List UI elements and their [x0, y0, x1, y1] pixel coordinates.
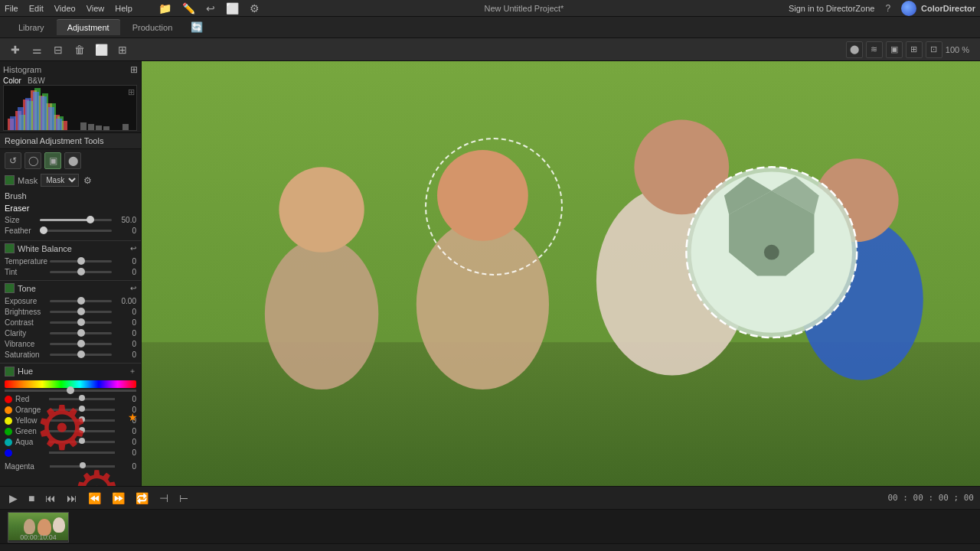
- tone-header[interactable]: Tone ↩: [0, 281, 141, 295]
- feather-slider-track[interactable]: [40, 230, 112, 232]
- vibrance-thumb[interactable]: [77, 340, 85, 347]
- prev-marker-btn[interactable]: ⏪: [85, 491, 104, 506]
- hue-header[interactable]: Hue ＋: [0, 364, 141, 379]
- temperature-track[interactable]: [50, 260, 112, 262]
- tint-value: 0: [115, 268, 136, 276]
- hue-red-thumb[interactable]: [79, 395, 85, 401]
- hue-orange-track[interactable]: [49, 409, 115, 411]
- hue-green-value: 0: [118, 427, 136, 435]
- histogram-corner-icon[interactable]: ⊞: [128, 87, 135, 97]
- next-frame-btn[interactable]: ⏭: [64, 491, 80, 506]
- toolbar-icon-2[interactable]: ✏️: [182, 2, 195, 15]
- brand-name: ColorDirector: [921, 4, 975, 13]
- white-balance-header[interactable]: White Balance ↩: [0, 241, 141, 256]
- signin-link[interactable]: Sign in to DirectorZone: [789, 4, 875, 13]
- help-icon[interactable]: ?: [885, 3, 890, 14]
- out-point-btn[interactable]: ⊢: [176, 491, 191, 506]
- contrast-track[interactable]: [50, 321, 112, 324]
- brush-name: Eraser: [5, 204, 136, 213]
- feather-label: Feather: [5, 227, 37, 235]
- exposure-track[interactable]: [50, 300, 112, 302]
- tr-icon-1[interactable]: ⬤: [846, 41, 863, 58]
- size-slider-track[interactable]: [40, 219, 112, 221]
- hue-dot-aqua: [5, 439, 12, 446]
- brightness-thumb[interactable]: [77, 308, 85, 315]
- hue-yellow-thumb[interactable]: [79, 416, 85, 422]
- mask-settings-icon[interactable]: ⚙: [83, 175, 92, 186]
- hue-yellow-track[interactable]: [49, 419, 115, 422]
- play-btn[interactable]: ▶: [6, 491, 21, 506]
- wb-checkbox[interactable]: [5, 243, 15, 253]
- hue-aqua-track[interactable]: [49, 441, 115, 443]
- menu-view[interactable]: View: [87, 4, 105, 13]
- mask-checkbox[interactable]: [5, 175, 15, 185]
- menu-edit[interactable]: Edit: [29, 4, 44, 13]
- hue-add-icon[interactable]: ＋: [129, 366, 136, 377]
- menu-video[interactable]: Video: [54, 4, 76, 13]
- contrast-thumb[interactable]: [77, 318, 85, 326]
- prev-btn[interactable]: ⏮: [42, 491, 59, 506]
- clarity-thumb[interactable]: [77, 329, 85, 337]
- menu-help[interactable]: Help: [115, 4, 132, 13]
- exposure-thumb[interactable]: [77, 297, 85, 305]
- tab-icon-1[interactable]: 🔄: [191, 21, 203, 33]
- timeline-track[interactable]: 00:00:10:04: [0, 510, 980, 543]
- clarity-label: Clarity: [5, 329, 47, 337]
- hue-blue-track[interactable]: [49, 452, 115, 454]
- feather-slider-thumb[interactable]: [40, 227, 47, 234]
- hue-green-thumb[interactable]: [79, 427, 85, 433]
- tr-icon-4[interactable]: ⊞: [906, 41, 923, 58]
- hue-aqua-thumb[interactable]: [79, 438, 85, 444]
- tab-library[interactable]: Library: [8, 20, 55, 35]
- tab-adjustment[interactable]: Adjustment: [57, 19, 120, 35]
- hue-green-track[interactable]: [49, 430, 115, 432]
- toolbar-icon-5[interactable]: ⚙: [250, 2, 260, 15]
- toolbar-icon-3[interactable]: ↩: [206, 2, 215, 15]
- tone-checkbox[interactable]: [5, 283, 15, 293]
- size-slider-thumb[interactable]: [87, 216, 94, 223]
- toolbar-icon-4[interactable]: ⬜: [226, 2, 239, 15]
- next-marker-btn[interactable]: ⏩: [109, 491, 128, 506]
- tool-select[interactable]: ✚: [6, 41, 24, 58]
- menu-file[interactable]: File: [5, 4, 18, 13]
- clarity-track[interactable]: [50, 332, 112, 334]
- tool-paste[interactable]: ⊞: [113, 41, 132, 58]
- loop-btn[interactable]: 🔁: [132, 491, 152, 506]
- tool-mode-circle[interactable]: ◯: [24, 152, 41, 169]
- stop-btn[interactable]: ■: [25, 491, 38, 506]
- tool-eraser[interactable]: ⊟: [49, 41, 67, 58]
- tr-icon-2[interactable]: ≋: [866, 41, 883, 58]
- tr-icon-3[interactable]: ▣: [886, 41, 903, 58]
- magenta-thumb[interactable]: [80, 462, 86, 468]
- tab-production[interactable]: Production: [122, 20, 184, 35]
- in-point-btn[interactable]: ⊣: [156, 491, 172, 506]
- hue-slider-bar[interactable]: [5, 390, 136, 392]
- tool-mode-arrow[interactable]: ↺: [5, 152, 21, 169]
- image-area: [142, 61, 980, 486]
- tint-thumb[interactable]: [77, 268, 85, 276]
- tool-mode-rect[interactable]: ▣: [44, 152, 61, 169]
- hue-slider-thumb[interactable]: [67, 386, 74, 394]
- brightness-track[interactable]: [50, 311, 112, 313]
- wb-label: White Balance: [18, 244, 127, 253]
- hue-red-track[interactable]: [49, 398, 115, 400]
- histogram-tab-bw[interactable]: B&W: [28, 77, 45, 85]
- tint-track[interactable]: [50, 271, 112, 273]
- tool-copy[interactable]: ⬜: [92, 41, 110, 58]
- histogram-tab-color[interactable]: Color: [3, 77, 21, 85]
- timeline-thumbnail[interactable]: 00:00:10:04: [8, 512, 69, 543]
- tr-icon-5[interactable]: ⊡: [926, 41, 942, 58]
- tool-del[interactable]: 🗑: [70, 41, 89, 58]
- histogram-expand-icon[interactable]: ⊞: [130, 64, 138, 75]
- hue-checkbox[interactable]: [5, 367, 15, 377]
- vibrance-track[interactable]: [50, 343, 112, 345]
- hue-orange-thumb[interactable]: [79, 406, 85, 412]
- magenta-track[interactable]: [50, 465, 115, 468]
- toolbar-icon-1[interactable]: 📁: [158, 2, 172, 15]
- tool-mode-brush[interactable]: ⬤: [64, 152, 81, 169]
- temperature-thumb[interactable]: [77, 257, 85, 265]
- saturation-thumb[interactable]: [77, 350, 85, 358]
- tool-brush[interactable]: ⚌: [28, 41, 46, 58]
- mask-dropdown[interactable]: Mask: [41, 174, 79, 187]
- saturation-track[interactable]: [50, 354, 112, 356]
